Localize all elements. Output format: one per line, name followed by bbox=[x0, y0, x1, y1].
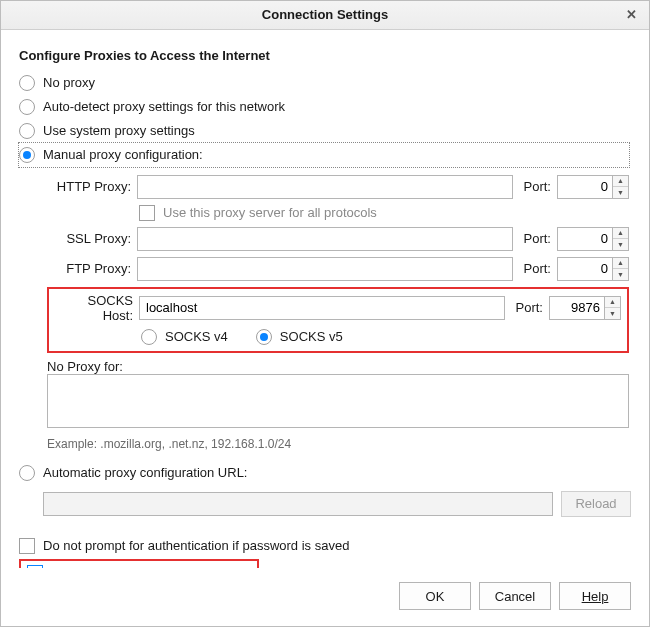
option-system-proxy-label: Use system proxy settings bbox=[43, 123, 195, 138]
spinner-up-icon[interactable]: ▲ bbox=[605, 297, 620, 308]
use-for-all-checkbox[interactable] bbox=[139, 205, 155, 221]
ssl-port-label: Port: bbox=[519, 231, 551, 246]
socks-host-label: SOCKS Host: bbox=[55, 293, 133, 323]
ftp-proxy-host-input[interactable] bbox=[137, 257, 513, 281]
no-proxy-for-textarea[interactable] bbox=[47, 374, 629, 428]
http-port-spinner[interactable]: ▲ ▼ bbox=[613, 175, 629, 199]
radio-socks-v5[interactable] bbox=[256, 329, 272, 345]
spinner-down-icon[interactable]: ▼ bbox=[613, 186, 628, 198]
cancel-button[interactable]: Cancel bbox=[479, 582, 551, 610]
no-prompt-row[interactable]: Do not prompt for authentication if pass… bbox=[19, 533, 631, 559]
radio-no-proxy[interactable] bbox=[19, 75, 35, 91]
socks-v5-label: SOCKS v5 bbox=[280, 329, 343, 344]
pac-row: Reload bbox=[43, 491, 631, 517]
option-pac[interactable]: Automatic proxy configuration URL: bbox=[19, 461, 631, 485]
dialog-button-bar: OK Cancel Help bbox=[1, 568, 649, 626]
ssl-proxy-label: SSL Proxy: bbox=[47, 231, 131, 246]
spinner-up-icon[interactable]: ▲ bbox=[613, 176, 628, 187]
no-prompt-checkbox[interactable] bbox=[19, 538, 35, 554]
ftp-proxy-row: FTP Proxy: Port: ▲ ▼ bbox=[47, 257, 629, 281]
socks-highlight-box: SOCKS Host: Port: ▲ ▼ SOCKS v4 bbox=[47, 287, 629, 353]
radio-manual-proxy[interactable] bbox=[19, 147, 35, 163]
spinner-down-icon[interactable]: ▼ bbox=[605, 307, 620, 319]
window-title: Connection Settings bbox=[262, 7, 388, 22]
socks-host-input[interactable] bbox=[139, 296, 505, 320]
spinner-up-icon[interactable]: ▲ bbox=[613, 258, 628, 269]
socks-v4-label: SOCKS v4 bbox=[165, 329, 228, 344]
no-proxy-for-label: No Proxy for: bbox=[47, 359, 629, 374]
option-system-proxy[interactable]: Use system proxy settings bbox=[19, 119, 631, 143]
use-for-all-label: Use this proxy server for all protocols bbox=[163, 205, 377, 220]
ssl-port-spinner[interactable]: ▲ ▼ bbox=[613, 227, 629, 251]
radio-socks-v4[interactable] bbox=[141, 329, 157, 345]
ssl-port-wrap: ▲ ▼ bbox=[557, 227, 629, 251]
connection-settings-dialog: Connection Settings ✕ Configure Proxies … bbox=[0, 0, 650, 627]
ok-button[interactable]: OK bbox=[399, 582, 471, 610]
option-manual-proxy-label: Manual proxy configuration: bbox=[43, 147, 203, 162]
dialog-content: Configure Proxies to Access the Internet… bbox=[1, 30, 649, 568]
ftp-port-spinner[interactable]: ▲ ▼ bbox=[613, 257, 629, 281]
spinner-down-icon[interactable]: ▼ bbox=[613, 268, 628, 280]
ssl-port-input[interactable] bbox=[557, 227, 613, 251]
ssl-proxy-host-input[interactable] bbox=[137, 227, 513, 251]
spinner-down-icon[interactable]: ▼ bbox=[613, 238, 628, 250]
ftp-port-label: Port: bbox=[519, 261, 551, 276]
help-button[interactable]: Help bbox=[559, 582, 631, 610]
manual-proxy-group: HTTP Proxy: Port: ▲ ▼ Use this proxy ser… bbox=[45, 167, 631, 461]
option-auto-detect-label: Auto-detect proxy settings for this netw… bbox=[43, 99, 285, 114]
http-port-wrap: ▲ ▼ bbox=[557, 175, 629, 199]
pac-url-input[interactable] bbox=[43, 492, 553, 516]
no-proxy-example: Example: .mozilla.org, .net.nz, 192.168.… bbox=[47, 437, 629, 451]
option-no-proxy[interactable]: No proxy bbox=[19, 71, 631, 95]
no-prompt-label: Do not prompt for authentication if pass… bbox=[43, 538, 349, 553]
radio-pac[interactable] bbox=[19, 465, 35, 481]
http-proxy-label: HTTP Proxy: bbox=[47, 179, 131, 194]
section-heading: Configure Proxies to Access the Internet bbox=[19, 48, 631, 63]
socks-port-wrap: ▲ ▼ bbox=[549, 296, 621, 320]
socks-port-spinner[interactable]: ▲ ▼ bbox=[605, 296, 621, 320]
http-port-input[interactable] bbox=[557, 175, 613, 199]
proxy-dns-highlight: Proxy DNS when using SOCKS v5 bbox=[19, 559, 259, 568]
bottom-options: Do not prompt for authentication if pass… bbox=[19, 533, 631, 568]
ftp-proxy-label: FTP Proxy: bbox=[47, 261, 131, 276]
http-port-label: Port: bbox=[519, 179, 551, 194]
ssl-proxy-row: SSL Proxy: Port: ▲ ▼ bbox=[47, 227, 629, 251]
option-auto-detect[interactable]: Auto-detect proxy settings for this netw… bbox=[19, 95, 631, 119]
http-proxy-row: HTTP Proxy: Port: ▲ ▼ bbox=[47, 175, 629, 199]
option-no-proxy-label: No proxy bbox=[43, 75, 95, 90]
http-proxy-host-input[interactable] bbox=[137, 175, 513, 199]
close-icon[interactable]: ✕ bbox=[621, 1, 641, 29]
socks-version-row: SOCKS v4 SOCKS v5 bbox=[141, 329, 621, 345]
reload-button[interactable]: Reload bbox=[561, 491, 631, 517]
option-manual-proxy[interactable]: Manual proxy configuration: bbox=[19, 143, 629, 167]
radio-auto-detect[interactable] bbox=[19, 99, 35, 115]
proxy-dns-row[interactable]: Proxy DNS when using SOCKS v5 bbox=[19, 559, 631, 568]
help-button-label: Help bbox=[582, 589, 609, 604]
socks-port-label: Port: bbox=[511, 300, 543, 315]
ftp-port-input[interactable] bbox=[557, 257, 613, 281]
titlebar: Connection Settings ✕ bbox=[1, 1, 649, 30]
socks-proxy-row: SOCKS Host: Port: ▲ ▼ bbox=[55, 293, 621, 323]
use-for-all-row[interactable]: Use this proxy server for all protocols bbox=[139, 205, 629, 221]
radio-system-proxy[interactable] bbox=[19, 123, 35, 139]
ftp-port-wrap: ▲ ▼ bbox=[557, 257, 629, 281]
spinner-up-icon[interactable]: ▲ bbox=[613, 228, 628, 239]
option-pac-label: Automatic proxy configuration URL: bbox=[43, 465, 247, 480]
socks-port-input[interactable] bbox=[549, 296, 605, 320]
